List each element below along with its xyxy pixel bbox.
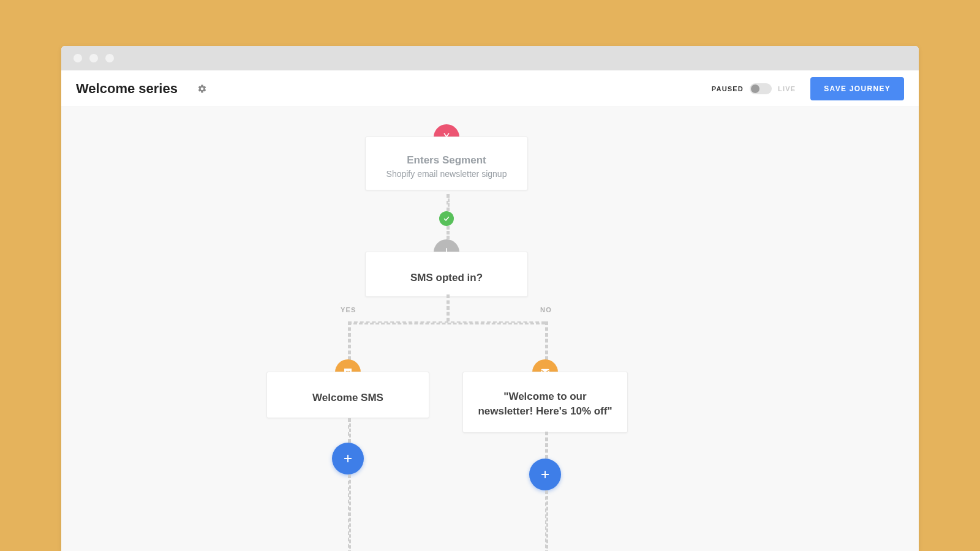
connector-line <box>447 194 450 211</box>
connector-line <box>545 432 548 459</box>
check-icon <box>443 215 450 222</box>
app-header: Welcome series PAUSED LIVE SAVE JOURNEY <box>61 70 919 107</box>
condition-title: SMS opted in? <box>377 272 516 284</box>
sms-action-title: Welcome SMS <box>278 392 418 404</box>
add-step-button-yes[interactable] <box>332 443 364 474</box>
trigger-subtitle: Shopify email newsletter signup <box>377 169 516 179</box>
status-paused-label: PAUSED <box>712 85 744 92</box>
window-control-dot[interactable] <box>105 54 114 62</box>
add-step-button-no[interactable] <box>529 459 561 490</box>
condition-node[interactable]: SMS opted in? <box>365 252 528 297</box>
journey-canvas[interactable]: Enters Segment Shopify email newsletter … <box>61 107 919 551</box>
plus-icon <box>540 469 551 480</box>
connector-line <box>447 226 450 239</box>
branch-no-label: NO <box>540 306 552 313</box>
email-action-title: "Welcome to our newsletter! Here's 10% o… <box>477 389 614 419</box>
email-action-node[interactable]: "Welcome to our newsletter! Here's 10% o… <box>462 372 628 433</box>
window-title-bar <box>61 46 919 70</box>
plus-icon <box>342 453 353 464</box>
connector-line <box>348 474 351 551</box>
connector-line <box>348 418 351 443</box>
save-journey-button[interactable]: SAVE JOURNEY <box>810 77 904 100</box>
sms-action-node[interactable]: Welcome SMS <box>266 372 429 418</box>
page-title: Welcome series <box>76 81 178 97</box>
check-badge <box>439 211 454 226</box>
settings-button[interactable] <box>197 84 207 94</box>
window-control-dot[interactable] <box>89 54 98 62</box>
toggle-knob <box>751 84 760 93</box>
connector-branch-horizontal <box>348 321 545 324</box>
connector-line <box>447 294 450 321</box>
branch-yes-label: YES <box>341 306 356 313</box>
trigger-title: Enters Segment <box>377 154 516 167</box>
status-toggle[interactable] <box>750 83 772 94</box>
gear-icon <box>197 84 207 94</box>
connector-line <box>545 490 548 551</box>
window-control-dot[interactable] <box>74 54 82 62</box>
status-toggle-group: PAUSED LIVE <box>712 83 796 94</box>
trigger-node[interactable]: Enters Segment Shopify email newsletter … <box>365 137 528 190</box>
browser-window: Welcome series PAUSED LIVE SAVE JOURNEY <box>61 46 919 551</box>
status-live-label: LIVE <box>778 85 796 92</box>
